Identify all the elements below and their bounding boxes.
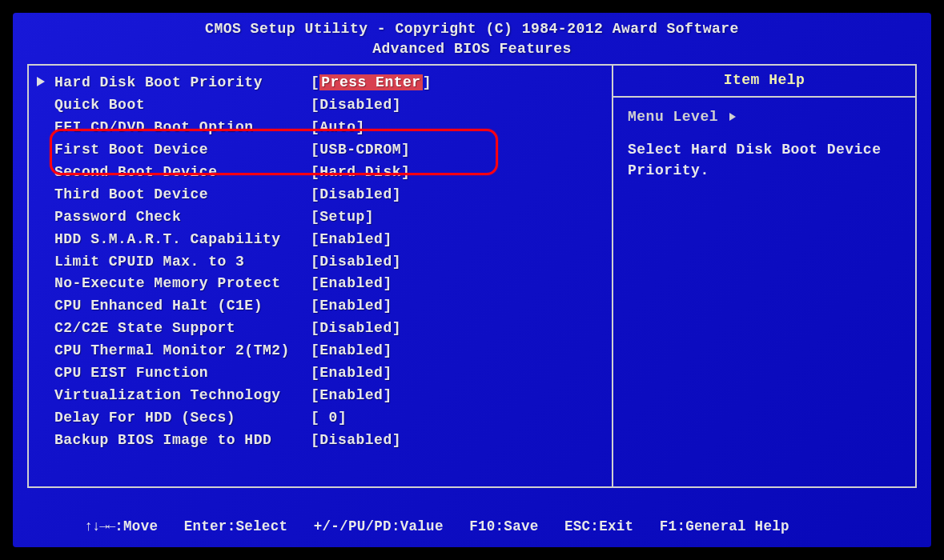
menu-item-label: Delay For HDD (Secs) [54, 407, 311, 430]
menu-row[interactable]: Limit CPUID Max. to 3[Disabled] [37, 251, 604, 274]
menu-row[interactable]: HDD S.M.A.R.T. Capability[Enabled] [37, 229, 604, 251]
hint-pupd: +/-/PU/PD:Value [314, 518, 444, 534]
menu-row[interactable]: EFI CD/DVD Boot Option[Auto] [37, 117, 604, 139]
menu-item-value: [Auto] [311, 117, 365, 139]
menu-item-label: C2/C2E State Support [54, 318, 311, 340]
header-line-1: CMOS Setup Utility - Copyright (C) 1984-… [27, 19, 917, 39]
header-line-2: Advanced BIOS Features [27, 39, 917, 59]
menu-item-value: [Enabled] [311, 385, 392, 407]
menu-item-value: [Disabled] [311, 318, 401, 340]
menu-item-label: Third Boot Device [54, 184, 311, 206]
menu-item-label: CPU Thermal Monitor 2(TM2) [54, 340, 311, 362]
menu-row[interactable]: First Boot Device[USB-CDROM] [37, 139, 604, 162]
menu-item-label: Backup BIOS Image to HDD [54, 430, 311, 452]
footer-hints: ↑↓→←:Move Enter:Select +/-/PU/PD:Value F… [27, 494, 917, 560]
menu-item-value: [Hard Disk] [311, 162, 410, 184]
menu-item-label: Password Check [54, 206, 311, 229]
menu-item-label: Second Boot Device [54, 162, 311, 184]
menu-row[interactable]: Delay For HDD (Secs)[ 0] [37, 407, 604, 430]
menu-item-value: [Enabled] [311, 273, 392, 295]
menu-item-label: Limit CPUID Max. to 3 [54, 251, 311, 274]
menu-row[interactable]: Password Check[Setup] [37, 206, 604, 229]
menu-row[interactable]: Third Boot Device[Disabled] [37, 184, 604, 206]
menu-row[interactable]: Backup BIOS Image to HDD[Disabled] [37, 430, 604, 452]
menu-item-label: EFI CD/DVD Boot Option [54, 117, 311, 139]
menu-row[interactable]: Quick Boot[Disabled] [37, 94, 604, 117]
menu-item-value: [Disabled] [311, 94, 401, 117]
menu-row[interactable]: C2/C2E State Support[Disabled] [37, 318, 604, 340]
hint-f1: F1:General Help [660, 518, 789, 534]
menu-item-value: [ 0] [311, 407, 347, 430]
menu-item-value: [Enabled] [311, 340, 392, 362]
menu-row[interactable]: CPU EIST Function[Enabled] [37, 362, 604, 385]
menu-item-label: CPU Enhanced Halt (C1E) [54, 295, 311, 318]
menu-row[interactable]: Virtualization Technology[Enabled] [37, 385, 604, 407]
help-description: Select Hard Disk Boot Device Priority. [628, 139, 901, 181]
menu-row[interactable]: No-Execute Memory Protect[Enabled] [37, 273, 604, 295]
menu-item-label: No-Execute Memory Protect [54, 273, 311, 295]
menu-item-label: Hard Disk Boot Priority [54, 72, 311, 94]
menu-item-value: [Setup] [311, 206, 374, 229]
help-panel: Item Help Menu Level Select Hard Disk Bo… [613, 64, 917, 488]
menu-item-value: [Disabled] [311, 251, 401, 274]
menu-item-value: [Enabled] [311, 295, 392, 318]
menu-item-label: First Boot Device [54, 139, 311, 162]
triangle-right-icon [729, 113, 736, 121]
hint-esc: ESC:Exit [564, 518, 633, 534]
menu-row[interactable]: Second Boot Device[Hard Disk] [37, 162, 604, 184]
menu-level-label: Menu Level [628, 109, 718, 125]
menu-item-value: [Enabled] [311, 229, 392, 251]
menu-item-value: [USB-CDROM] [311, 139, 410, 162]
menu-item-label: HDD S.M.A.R.T. Capability [54, 229, 311, 251]
menu-item-label: Virtualization Technology [54, 385, 311, 407]
help-title: Item Help [613, 72, 915, 98]
menu-row[interactable]: CPU Enhanced Halt (C1E)[Enabled] [37, 295, 604, 318]
menu-row[interactable]: CPU Thermal Monitor 2(TM2)[Enabled] [37, 340, 604, 362]
hint-f10: F10:Save [469, 518, 538, 534]
hint-move: :Move [114, 518, 158, 534]
menu-level-row: Menu Level [628, 109, 901, 125]
settings-panel: Hard Disk Boot Priority[Press Enter]Quic… [27, 64, 613, 488]
menu-row[interactable]: Hard Disk Boot Priority[Press Enter] [37, 72, 604, 94]
menu-item-value: [Enabled] [311, 362, 392, 385]
menu-item-value: [Press Enter] [311, 72, 432, 94]
hint-enter: Enter:Select [184, 518, 288, 534]
menu-item-value: [Disabled] [311, 184, 401, 206]
menu-item-label: CPU EIST Function [54, 362, 311, 385]
bios-screen: CMOS Setup Utility - Copyright (C) 1984-… [13, 13, 931, 547]
bios-header: CMOS Setup Utility - Copyright (C) 1984-… [27, 19, 917, 59]
selection-arrow-icon [37, 72, 54, 94]
menu-item-label: Quick Boot [54, 94, 311, 117]
arrow-keys-icon: ↑↓→← [84, 518, 114, 534]
menu-item-value: [Disabled] [311, 430, 401, 452]
